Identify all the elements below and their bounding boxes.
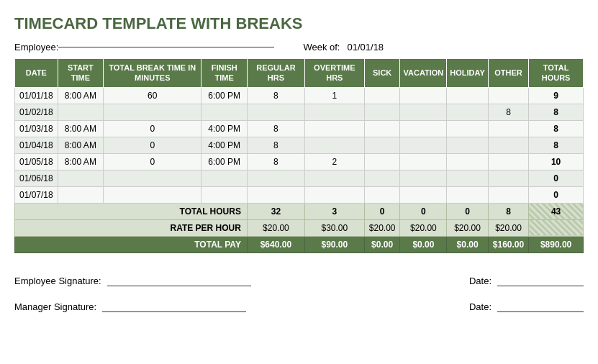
cell-finish: 6:00 PM xyxy=(201,153,247,170)
cell-date: 01/03/18 xyxy=(15,120,58,137)
cell-total: 8 xyxy=(529,120,584,137)
employee-date-underline xyxy=(497,275,584,286)
col-sick: SICK xyxy=(364,59,400,88)
totals-other: 8 xyxy=(488,203,528,219)
rate-holiday: $20.00 xyxy=(447,219,489,236)
col-regular: REGULAR HRS xyxy=(247,59,304,88)
cell-finish xyxy=(201,104,247,120)
cell-regular: 8 xyxy=(247,137,304,153)
employee-sig-label: Employee Signature: xyxy=(14,276,101,286)
cell-other: 8 xyxy=(488,104,528,120)
manager-date-line: Date: xyxy=(469,301,584,312)
cell-sick xyxy=(364,137,400,153)
timecard-table: DATE START TIME TOTAL BREAK TIME IN MINU… xyxy=(14,58,584,253)
pay-overtime: $90.00 xyxy=(304,236,364,252)
cell-overtime xyxy=(304,120,364,137)
cell-vacation xyxy=(400,87,447,104)
employee-date-line: Date: xyxy=(469,275,584,286)
cell-vacation xyxy=(400,186,447,203)
cell-finish: 4:00 PM xyxy=(201,120,247,137)
rate-row: RATE PER HOUR$20.00$30.00$20.00$20.00$20… xyxy=(15,219,584,236)
cell-start xyxy=(58,186,103,203)
cell-total: 8 xyxy=(529,137,584,153)
cell-regular: 8 xyxy=(247,153,304,170)
cell-finish xyxy=(201,186,247,203)
table-row: 01/06/180 xyxy=(15,170,584,186)
table-row: 01/04/188:00 AM04:00 PM88 xyxy=(15,137,584,153)
rate-label: RATE PER HOUR xyxy=(15,219,248,236)
cell-sick xyxy=(364,104,400,120)
cell-vacation xyxy=(400,153,447,170)
col-finish: FINISH TIME xyxy=(201,59,247,88)
rate-total-empty xyxy=(529,219,584,236)
table-row: 01/01/188:00 AM606:00 PM819 xyxy=(15,87,584,104)
cell-regular xyxy=(247,104,304,120)
cell-other xyxy=(488,170,528,186)
cell-holiday xyxy=(447,153,489,170)
pay-vacation: $0.00 xyxy=(400,236,447,252)
cell-total: 0 xyxy=(529,186,584,203)
signature-section: Employee Signature: Manager Signature: D… xyxy=(14,275,584,312)
pay-regular: $640.00 xyxy=(247,236,304,252)
cell-vacation xyxy=(400,170,447,186)
cell-holiday xyxy=(447,104,489,120)
col-total: TOTAL HOURS xyxy=(529,59,584,88)
cell-break xyxy=(104,170,201,186)
cell-vacation xyxy=(400,120,447,137)
col-holiday: HOLIDAY xyxy=(447,59,489,88)
cell-break xyxy=(104,186,201,203)
manager-sig-label: Manager Signature: xyxy=(14,301,96,312)
cell-holiday xyxy=(447,120,489,137)
cell-finish: 6:00 PM xyxy=(201,87,247,104)
cell-total: 0 xyxy=(529,170,584,186)
cell-total: 8 xyxy=(529,104,584,120)
cell-overtime xyxy=(304,137,364,153)
rate-vacation: $20.00 xyxy=(400,219,447,236)
cell-start xyxy=(58,170,103,186)
cell-start: 8:00 AM xyxy=(58,87,103,104)
cell-vacation xyxy=(400,137,447,153)
table-row: 01/02/1888 xyxy=(15,104,584,120)
cell-vacation xyxy=(400,104,447,120)
cell-start: 8:00 AM xyxy=(58,137,103,153)
col-overtime: OVERTIME HRS xyxy=(304,59,364,88)
cell-overtime: 2 xyxy=(304,153,364,170)
cell-overtime: 1 xyxy=(304,87,364,104)
cell-date: 01/07/18 xyxy=(15,186,58,203)
cell-break: 60 xyxy=(104,87,201,104)
col-break: TOTAL BREAK TIME IN MINUTES xyxy=(104,59,201,88)
col-date: DATE xyxy=(15,59,58,88)
cell-other xyxy=(488,153,528,170)
cell-overtime xyxy=(304,170,364,186)
cell-regular xyxy=(247,170,304,186)
page-title: TIMECARD TEMPLATE WITH BREAKS xyxy=(14,14,584,33)
week-label: Week of: xyxy=(303,42,340,53)
cell-other xyxy=(488,186,528,203)
cell-date: 01/02/18 xyxy=(15,104,58,120)
table-header-row: DATE START TIME TOTAL BREAK TIME IN MINU… xyxy=(15,59,584,88)
cell-finish: 4:00 PM xyxy=(201,137,247,153)
totals-total-hatch: 43 xyxy=(529,203,584,219)
week-value: 01/01/18 xyxy=(347,42,384,53)
table-row: 01/03/188:00 AM04:00 PM88 xyxy=(15,120,584,137)
employee-line xyxy=(58,47,274,47)
pay-sick: $0.00 xyxy=(364,236,400,252)
cell-overtime xyxy=(304,104,364,120)
cell-total: 10 xyxy=(529,153,584,170)
right-dates: Date: Date: xyxy=(469,275,584,312)
cell-finish xyxy=(201,170,247,186)
rate-sick: $20.00 xyxy=(364,219,400,236)
cell-other xyxy=(488,120,528,137)
employee-date-label: Date: xyxy=(469,276,491,286)
totals-label: TOTAL HOURS xyxy=(15,203,248,219)
totals-row: TOTAL HOURS323000843 xyxy=(15,203,584,219)
cell-break: 0 xyxy=(104,153,201,170)
col-vacation: VACATION xyxy=(400,59,447,88)
cell-other xyxy=(488,137,528,153)
cell-regular: 8 xyxy=(247,120,304,137)
cell-start: 8:00 AM xyxy=(58,120,103,137)
cell-other xyxy=(488,87,528,104)
col-other: OTHER xyxy=(488,59,528,88)
totals-sick: 0 xyxy=(364,203,400,219)
rate-other: $20.00 xyxy=(488,219,528,236)
